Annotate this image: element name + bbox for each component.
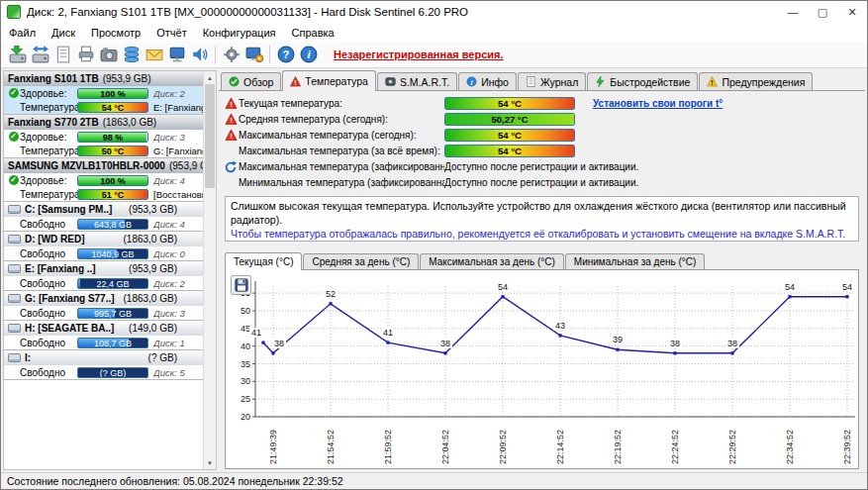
temperature-row[interactable]: Температура: 51 °C [Восстановить — [4, 187, 203, 201]
disk-entry[interactable]: Fanxiang S101 1TB (953,9 GB) ✓ Здоровье:… — [4, 71, 203, 115]
svg-text:54: 54 — [498, 282, 508, 292]
disk-header[interactable]: SAMSUNG MZVLB1T0HBLR-0000 (953,9 GB) Д — [4, 158, 203, 173]
partition-header[interactable]: H: [SEAGATE BA..] (149,0 GB) — [4, 321, 203, 336]
tab-warnings[interactable]: ! Предупреждения — [699, 72, 813, 90]
report-icon[interactable] — [51, 44, 74, 66]
mail-icon[interactable] — [143, 44, 165, 66]
tab-performance[interactable]: Быстродействие — [587, 72, 698, 90]
svg-text:!: ! — [230, 132, 233, 141]
tab-temperature[interactable]: ! Температура — [282, 70, 376, 91]
health-row[interactable]: ✓ Здоровье: 98 % Диск: 3 — [4, 130, 203, 144]
free-space-row[interactable]: Свободно 108,7 GB Диск: 1 — [4, 336, 203, 349]
temperature-bar: 54 °C — [77, 102, 148, 113]
warning-triangle-icon: ! — [707, 76, 718, 87]
temperature-row[interactable]: Температура: 54 °C E: [Fanxiang S10 — [4, 100, 203, 114]
scroll-up-icon[interactable]: ▲ — [204, 71, 216, 84]
disk-sync-icon[interactable] — [29, 44, 51, 66]
health-bar: 100 % — [77, 88, 148, 99]
svg-text:45: 45 — [241, 324, 250, 334]
disk-entry[interactable]: SAMSUNG MZVLB1T0HBLR-0000 (953,9 GB) Д ✓… — [4, 158, 203, 202]
journal-icon — [526, 76, 536, 87]
partition-size: (953,3 GB) — [129, 204, 177, 215]
partition-header[interactable]: I: (? GB) — [4, 350, 203, 365]
disk-header[interactable]: Fanxiang S770 2TB (1863,0 GB) — [4, 115, 203, 130]
maximize-button[interactable]: ▢ — [808, 1, 837, 23]
average-temperature-bar: 50,27 °C — [444, 113, 575, 126]
camera-icon[interactable] — [97, 44, 120, 66]
svg-text:?: ? — [282, 49, 289, 60]
free-space-row[interactable]: Свободно (? GB) Диск: 5 — [4, 365, 203, 379]
row-label: Максимальная температура (зафиксированна… — [239, 161, 444, 172]
menu-view[interactable]: Просмотр — [83, 27, 148, 39]
info-icon[interactable]: i — [297, 44, 320, 66]
chart-tab-daily-max[interactable]: Максимальная за день (°C) — [420, 253, 564, 269]
tab-label: S.M.A.R.T. — [400, 76, 449, 88]
tab-journal[interactable]: Журнал — [518, 72, 586, 90]
free-space-row[interactable]: Свободно 1040,9 GB Диск: 0 — [4, 246, 203, 260]
tab-info[interactable]: i Инфо — [458, 72, 517, 90]
partition-header[interactable]: D: [WD RED] (1863,0 GB) — [4, 232, 203, 246]
menu-disk[interactable]: Диск — [44, 27, 83, 39]
max-temperature-locked-row: Максимальная температура (зафиксированна… — [223, 159, 865, 174]
drive-letter: G: [Fanxiang S7 — [153, 146, 203, 156]
menu-help[interactable]: Справка — [284, 27, 342, 39]
partition-header[interactable]: E: [Fanxiang ..] (953,9 GB) — [4, 261, 203, 276]
free-space-row[interactable]: Свободно 22,4 GB Диск: 2 — [4, 276, 203, 290]
svg-text:52: 52 — [326, 289, 336, 299]
average-temperature-row: ! Средняя температура (сегодня): 50,27 °… — [223, 112, 865, 127]
set-thresholds-link[interactable]: Установить свои пороги t° — [593, 98, 723, 109]
unregistered-version-link[interactable]: Незарегистрированная версия. — [334, 49, 504, 60]
max-temperature-today-bar: 54 °C — [444, 129, 575, 142]
status-bar: Состояние последнего обновления: 05.08.2… — [1, 472, 867, 489]
svg-text:!: ! — [230, 100, 233, 109]
toolbar-separator — [269, 46, 270, 63]
temperature-row[interactable]: Температура: 50 °C G: [Fanxiang S7 — [4, 144, 203, 157]
partition-entry[interactable]: I: (? GB) Свободно (? GB) Диск: 5 — [4, 350, 203, 380]
monitor-settings-icon[interactable] — [242, 44, 265, 66]
help-icon[interactable]: ? — [274, 44, 297, 66]
disk-number: Диск: 4 — [153, 219, 203, 230]
disk-refresh-icon[interactable] — [6, 44, 29, 66]
close-button[interactable]: ✕ — [837, 1, 867, 23]
disk-entry[interactable]: Fanxiang S770 2TB (1863,0 GB) ✓ Здоровье… — [4, 115, 203, 158]
health-row[interactable]: ✓ Здоровье: 100 % Диск: 2 — [4, 86, 203, 100]
chart-tab-daily-average[interactable]: Средняя за день (°C) — [303, 253, 419, 269]
partition-header[interactable]: G: [Fanxiang S77..] (1863,0 GB) — [4, 291, 203, 306]
chart-tab-daily-min[interactable]: Минимальная за день (°C) — [565, 253, 706, 269]
health-row[interactable]: ✓ Здоровье: 100 % Диск: 4 — [4, 173, 203, 187]
tab-overview[interactable]: Обзор — [221, 72, 281, 90]
free-label: Свободно — [20, 367, 77, 378]
disk-number: Диск: 2 — [153, 278, 203, 289]
menu-report[interactable]: Отчёт — [148, 27, 194, 39]
max-temperature-ever-bar: 54 °C — [444, 145, 575, 157]
speaker-icon[interactable] — [188, 44, 211, 66]
tab-smart[interactable]: S.M.A.R.T. — [377, 72, 457, 90]
partition-entry[interactable]: D: [WD RED] (1863,0 GB) Свободно 1040,9 … — [4, 232, 203, 261]
chart-tab-current[interactable]: Текущая (°C) — [225, 252, 302, 270]
scroll-down-icon[interactable]: ▼ — [204, 456, 216, 469]
partition-entry[interactable]: G: [Fanxiang S77..] (1863,0 GB) Свободно… — [4, 291, 203, 321]
disk-number: Диск: 5 — [153, 367, 203, 378]
minimize-button[interactable]: — — [778, 1, 808, 23]
partition-entry[interactable]: C: [Samsung PM..] (953,3 GB) Свободно 64… — [4, 202, 203, 232]
partition-entry[interactable]: E: [Fanxiang ..] (953,9 GB) Свободно 22,… — [4, 261, 203, 291]
save-chart-button[interactable] — [231, 275, 251, 295]
free-space-row[interactable]: Свободно 643,8 GB Диск: 4 — [4, 217, 203, 231]
disk-number: Диск: 2 — [153, 88, 203, 99]
menu-file[interactable]: Файл — [1, 27, 44, 39]
settings-gear-icon[interactable] — [220, 44, 242, 66]
svg-text:22:39:52: 22:39:52 — [842, 430, 852, 464]
menu-configuration[interactable]: Конфигурация — [195, 27, 284, 39]
monitor-icon[interactable] — [165, 44, 188, 66]
partition-header[interactable]: C: [Samsung PM..] (953,3 GB) — [4, 202, 203, 217]
sidebar-scrollbar[interactable]: ▲ ▼ — [203, 71, 216, 469]
disk-header[interactable]: Fanxiang S101 1TB (953,9 GB) — [4, 71, 203, 86]
disk-stack-icon[interactable] — [120, 44, 143, 66]
free-space-row[interactable]: Свободно 995,7 GB Диск: 3 — [4, 306, 203, 320]
svg-text:41: 41 — [383, 328, 393, 338]
print-icon[interactable] — [74, 44, 97, 66]
partition-size: (953,9 GB) — [129, 263, 177, 274]
scrollbar-thumb[interactable] — [205, 84, 215, 188]
partition-entry[interactable]: H: [SEAGATE BA..] (149,0 GB) Свободно 10… — [4, 321, 203, 350]
svg-text:35: 35 — [241, 359, 250, 369]
